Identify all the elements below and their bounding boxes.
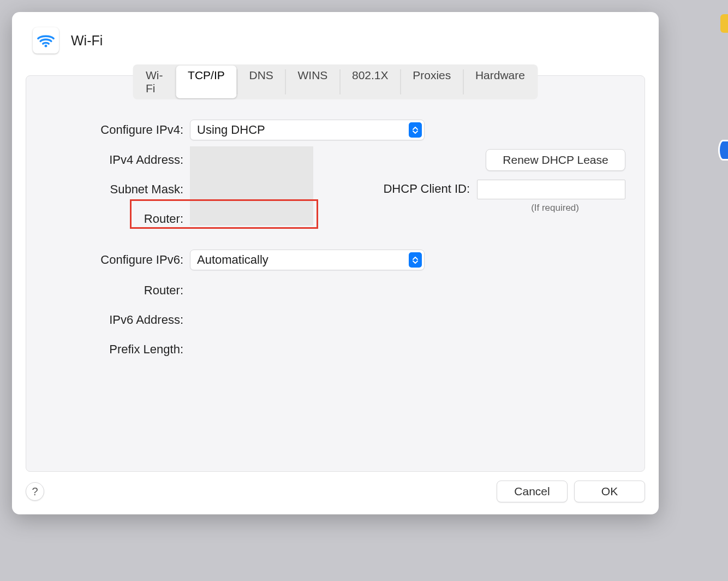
tab-8021x[interactable]: 802.1X [340,66,401,98]
tab-wins[interactable]: WINS [285,66,339,98]
svg-point-0 [45,45,47,48]
configure-ipv4-select[interactable]: Using DHCP [190,120,425,140]
configure-ipv4-value: Using DHCP [197,123,265,137]
background-accent-blue [718,140,728,161]
configure-ipv6-value: Automatically [197,253,268,267]
tabs-bar: Wi-Fi TCP/IP DNS WINS 802.1X Proxies Har… [133,64,538,99]
ok-button[interactable]: OK [574,481,645,502]
help-button[interactable]: ? [26,482,44,501]
renew-dhcp-lease-button[interactable]: Renew DHCP Lease [486,149,625,171]
window-footer: ? Cancel OK [12,472,659,514]
ipv4-address-label: IPv4 Address: [109,153,183,167]
tab-wifi[interactable]: Wi-Fi [134,66,176,98]
tab-dns[interactable]: DNS [237,66,285,98]
configure-ipv4-label: Configure IPv4: [100,123,183,137]
tab-proxies[interactable]: Proxies [401,66,463,98]
prefix-length-label: Prefix Length: [109,342,183,357]
tab-tcpip[interactable]: TCP/IP [176,66,237,98]
ipv6-address-label: IPv6 Address: [109,313,183,327]
window-header: Wi-Fi [12,12,659,54]
configure-ipv6-label: Configure IPv6: [100,253,183,267]
window-title: Wi-Fi [71,33,103,49]
dhcp-client-id-label: DHCP Client ID: [383,182,470,196]
tab-hardware[interactable]: Hardware [463,66,537,98]
updown-chevron-icon [409,252,422,268]
form-area: Configure IPv4: Using DHCP IPv4 Address:… [26,110,645,471]
dhcp-client-id-input[interactable] [477,180,625,199]
background-accent-yellow [720,14,728,33]
updown-chevron-icon [409,122,422,138]
ipv6-router-label: Router: [144,283,183,298]
network-settings-window: Wi-Fi Wi-Fi TCP/IP DNS WINS 802.1X Proxi… [12,12,659,514]
configure-ipv6-select[interactable]: Automatically [190,250,425,270]
settings-panel: Configure IPv4: Using DHCP IPv4 Address:… [26,75,645,472]
cancel-button[interactable]: Cancel [497,481,568,502]
wifi-icon [33,27,59,54]
if-required-hint: (If required) [531,203,579,214]
subnet-mask-label: Subnet Mask: [110,182,183,197]
router-highlight-box [130,199,318,229]
content-area: Wi-Fi TCP/IP DNS WINS 802.1X Proxies Har… [26,64,645,472]
